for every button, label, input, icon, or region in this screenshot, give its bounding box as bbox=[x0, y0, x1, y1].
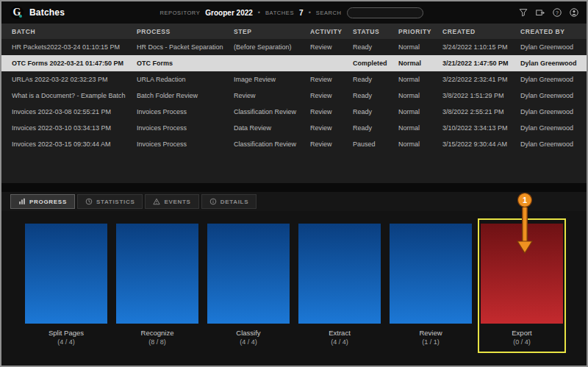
tile-name: Extract bbox=[329, 329, 351, 337]
cell-process: Batch Folder Review bbox=[137, 92, 234, 99]
repository-value[interactable]: Grooper 2022 bbox=[205, 9, 252, 17]
column-header-created[interactable]: CREATED bbox=[442, 28, 520, 35]
column-header-activity[interactable]: ACTIVITY bbox=[310, 28, 353, 35]
top-bar: G Batches REPOSITORY Grooper 2022 • BATC… bbox=[1, 1, 587, 24]
table-header: BATCH PROCESS STEP ACTIVITY STATUS PRIOR… bbox=[1, 24, 587, 39]
separator-dot: • bbox=[309, 9, 311, 16]
cell-step: Review bbox=[234, 92, 310, 99]
table-row[interactable]: Invoices 2022-03-08 02:55:21 PM Invoices… bbox=[1, 104, 587, 120]
batches-table: BATCH PROCESS STEP ACTIVITY STATUS PRIOR… bbox=[1, 24, 587, 183]
cell-batch: HR Packets2022-03-24 01:10:15 PM bbox=[12, 43, 137, 51]
cell-step: Image Review bbox=[234, 76, 310, 83]
tab-details[interactable]: DETAILS bbox=[201, 194, 257, 209]
tile-name: Export bbox=[512, 329, 531, 337]
detail-tabs: PROGRESS STATISTICS EVENTS DETAILS bbox=[1, 192, 587, 211]
column-header-priority[interactable]: PRIORITY bbox=[398, 28, 442, 35]
clock-icon bbox=[85, 198, 93, 205]
cell-activity: Review bbox=[310, 76, 353, 83]
help-icon[interactable]: ? bbox=[552, 7, 562, 18]
tile-group-recognize: Recognize (8 / 8) bbox=[113, 218, 201, 353]
progress-tile-split-pages[interactable] bbox=[25, 224, 107, 324]
search-input[interactable] bbox=[347, 7, 423, 18]
table-row[interactable]: HR Packets2022-03-24 01:10:15 PM HR Docs… bbox=[1, 39, 587, 55]
page-title: Batches bbox=[29, 7, 65, 18]
cell-activity: Review bbox=[310, 124, 353, 132]
panel-splitter[interactable] bbox=[1, 183, 587, 192]
repository-label: REPOSITORY bbox=[159, 10, 200, 16]
cell-activity: Review bbox=[310, 92, 353, 99]
progress-tile-classify[interactable] bbox=[207, 224, 290, 324]
progress-tiles: Split Pages (4 / 4) Recognize (8 / 8) Cl… bbox=[1, 211, 587, 353]
table-row[interactable]: Invoices 2022-03-15 09:30:44 AM Invoices… bbox=[1, 136, 587, 152]
tile-count: (4 / 4) bbox=[240, 338, 257, 346]
cell-batch: Invoices 2022-03-08 02:55:21 PM bbox=[12, 108, 137, 115]
cell-priority: Normal bbox=[398, 124, 442, 132]
progress-tile-extract[interactable] bbox=[298, 224, 381, 324]
cell-created: 3/15/2022 9:30:44 AM bbox=[442, 140, 520, 148]
tab-label: EVENTS bbox=[164, 199, 190, 205]
cell-batch: OTC Forms 2022-03-21 01:47:50 PM bbox=[12, 60, 137, 67]
cell-created-by: Dylan Greenwood bbox=[520, 60, 587, 67]
batches-label: BATCHES bbox=[265, 10, 294, 16]
cell-status: Ready bbox=[353, 43, 398, 51]
cell-created: 3/21/2022 1:47:50 PM bbox=[442, 60, 520, 67]
tile-group-review: Review (1 / 1) bbox=[387, 218, 475, 353]
cell-batch: Invoices 2022-03-15 09:30:44 AM bbox=[12, 140, 137, 148]
table-row[interactable]: What is a Document? - Example Batch Batc… bbox=[1, 88, 587, 104]
cell-activity: Review bbox=[310, 108, 353, 115]
cell-activity: Review bbox=[310, 140, 353, 148]
cell-batch: Invoices 2022-03-10 03:34:13 PM bbox=[12, 124, 137, 132]
column-header-batch[interactable]: BATCH bbox=[12, 28, 137, 35]
progress-tile-recognize[interactable] bbox=[116, 224, 198, 324]
user-icon[interactable] bbox=[569, 7, 579, 18]
repository-info: REPOSITORY Grooper 2022 • BATCHES 7 • SE… bbox=[159, 7, 423, 18]
cell-batch: What is a Document? - Example Batch bbox=[12, 92, 137, 99]
tile-group-classify: Classify (4 / 4) bbox=[204, 218, 293, 353]
new-batch-icon[interactable] bbox=[535, 7, 545, 18]
column-header-status[interactable]: STATUS bbox=[353, 28, 398, 35]
column-header-process[interactable]: PROCESS bbox=[137, 28, 234, 35]
table-row-selected[interactable]: OTC Forms 2022-03-21 01:47:50 PM OTC For… bbox=[1, 55, 587, 71]
cell-created: 3/24/2022 1:10:15 PM bbox=[442, 43, 520, 51]
column-header-step[interactable]: STEP bbox=[234, 28, 310, 35]
cell-status: Ready bbox=[353, 108, 398, 115]
cell-priority: Normal bbox=[398, 43, 442, 51]
cell-process: Invoices Process bbox=[137, 108, 234, 115]
cell-created-by: Dylan Greenwood bbox=[520, 43, 587, 51]
cell-activity: Review bbox=[310, 43, 353, 51]
tile-name: Review bbox=[419, 329, 442, 337]
warning-icon bbox=[153, 198, 160, 205]
column-header-created-by[interactable]: CREATED BY bbox=[520, 28, 587, 35]
tab-statistics[interactable]: STATISTICS bbox=[77, 194, 143, 209]
cell-created-by: Dylan Greenwood bbox=[520, 124, 587, 132]
cell-created-by: Dylan Greenwood bbox=[520, 108, 587, 115]
batches-count: 7 bbox=[299, 9, 304, 17]
cell-step: Data Review bbox=[234, 124, 310, 132]
progress-panel: Split Pages (4 / 4) Recognize (8 / 8) Cl… bbox=[1, 211, 587, 366]
filter-icon[interactable] bbox=[518, 7, 528, 18]
progress-tile-review[interactable] bbox=[390, 224, 472, 324]
cell-created: 3/8/2022 2:55:21 PM bbox=[442, 108, 520, 115]
tab-label: STATISTICS bbox=[96, 199, 135, 205]
cell-status: Paused bbox=[353, 140, 398, 148]
tab-events[interactable]: EVENTS bbox=[145, 194, 198, 209]
cell-status: Ready bbox=[353, 124, 398, 132]
progress-tile-export[interactable] bbox=[481, 224, 563, 324]
tab-progress[interactable]: PROGRESS bbox=[10, 194, 75, 209]
table-row[interactable]: URLAs 2022-03-22 02:32:23 PM URLA Redact… bbox=[1, 71, 587, 88]
search-label: SEARCH bbox=[316, 10, 342, 16]
separator-dot: • bbox=[258, 9, 260, 16]
cell-step: Classification Review bbox=[234, 108, 310, 115]
tile-count: (4 / 4) bbox=[331, 338, 348, 346]
cell-status: Completed bbox=[353, 60, 398, 67]
tab-label: DETAILS bbox=[220, 199, 249, 205]
cell-created: 3/10/2022 3:34:13 PM bbox=[442, 124, 520, 132]
table-row[interactable]: Invoices 2022-03-10 03:34:13 PM Invoices… bbox=[1, 120, 587, 136]
tile-group-export-highlight-box: Export (0 / 4) bbox=[478, 218, 566, 353]
cell-created: 3/22/2022 2:32:41 PM bbox=[442, 76, 520, 83]
tile-count: (1 / 1) bbox=[422, 338, 440, 346]
cell-priority: Normal bbox=[398, 60, 442, 67]
cell-created-by: Dylan Greenwood bbox=[520, 140, 587, 148]
cell-priority: Normal bbox=[398, 140, 442, 148]
grooper-logo-icon: G bbox=[10, 6, 24, 19]
